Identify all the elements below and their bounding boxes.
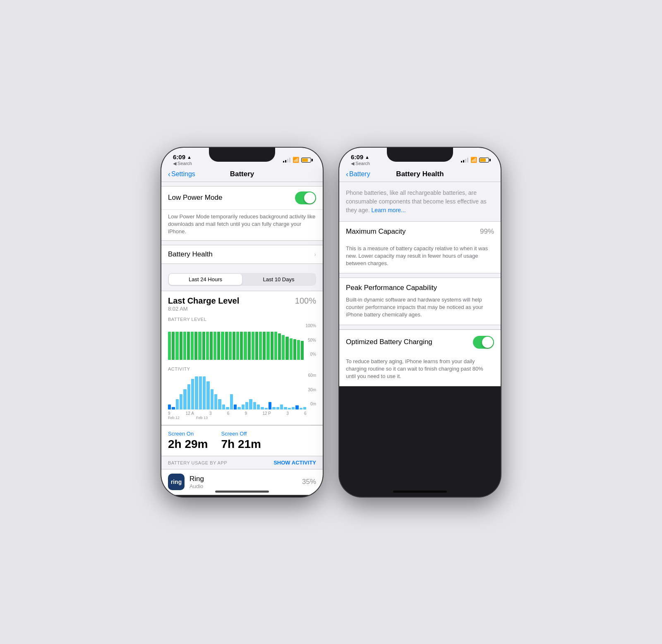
- battery-bar-3: [180, 332, 182, 360]
- battery-health-row[interactable]: Battery Health ›: [161, 245, 323, 263]
- time-2: 6:09 ▲: [351, 153, 370, 160]
- battery-bar-1: [172, 332, 175, 360]
- segment-24h[interactable]: Last 24 Hours: [169, 274, 242, 285]
- activity-bar-19: [242, 405, 245, 409]
- battery-bars: [168, 327, 304, 360]
- wifi-icon-2: 📶: [470, 157, 477, 163]
- activity-bar-26: [269, 402, 271, 409]
- activity-bar-14: [222, 405, 225, 409]
- battery-bar-13: [217, 332, 220, 360]
- last-charge-time: 8:02 AM: [168, 306, 239, 312]
- battery-bar-29: [278, 333, 281, 360]
- signal-bar-1: [283, 161, 284, 163]
- activity-bar-30: [284, 407, 287, 409]
- battery-chart-container: BATTERY LEVEL 100% 50% 0%: [168, 317, 316, 360]
- low-power-row[interactable]: Low Power Mode: [161, 187, 323, 210]
- low-power-section: Low Power Mode Low Power Mode temporaril…: [161, 186, 323, 241]
- activity-bar-20: [245, 402, 248, 409]
- battery-bar-10: [206, 332, 209, 360]
- back-label-1: Settings: [171, 170, 195, 178]
- search-back-1[interactable]: ◀ Search: [173, 161, 192, 166]
- ring-app-info: Ring Audio: [189, 475, 297, 489]
- status-icons-2: 📶: [461, 157, 489, 163]
- scroll-content-1[interactable]: Low Power Mode Low Power Mode temporaril…: [161, 182, 323, 497]
- battery-bar-28: [274, 332, 277, 360]
- screen-on-label: Screen On: [168, 431, 208, 437]
- activity-bar-8: [199, 376, 202, 409]
- back-chevron-2: ‹: [346, 170, 348, 178]
- back-button-1[interactable]: ‹ Settings: [168, 170, 195, 178]
- battery-bar-18: [236, 332, 239, 360]
- signal-bar-3: [287, 159, 288, 163]
- screen-off-label: Screen Off: [221, 431, 261, 437]
- activity-bar-10: [206, 381, 209, 409]
- peak-perf-title: Peak Performance Capability: [339, 278, 501, 294]
- x-labels: 9 12 A 3 6 9 12 P 3 6: [168, 411, 307, 416]
- battery-bar-35: [301, 341, 304, 360]
- activity-bar-15: [226, 407, 229, 409]
- activity-bar-4: [183, 389, 186, 409]
- scroll-content-2[interactable]: Phone batteries, like all rechargeable b…: [339, 182, 501, 497]
- capacity-desc: This is a measure of battery capacity re…: [339, 242, 501, 273]
- signal-bars-2: [461, 158, 468, 163]
- notch: [209, 148, 275, 162]
- segment-area: Last 24 Hours Last 10 Days: [161, 268, 323, 291]
- toggle-knob-1: [304, 192, 315, 203]
- activity-bar-3: [180, 394, 182, 409]
- activity-bar-13: [218, 399, 221, 409]
- activity-bar-22: [253, 402, 256, 409]
- battery-bar-8: [198, 332, 201, 360]
- capacity-row: Maximum Capacity 99%: [339, 222, 501, 242]
- activity-bar-25: [265, 408, 268, 409]
- opt-charge-toggle[interactable]: [473, 336, 494, 349]
- battery-chart-area: 100% 50% 0%: [168, 323, 316, 360]
- show-activity-btn[interactable]: SHOW ACTIVITY: [273, 460, 316, 466]
- battery-status-icon-2: [479, 158, 489, 163]
- battery-status-icon-1: [301, 158, 311, 163]
- battery-health-section: Battery Health ›: [161, 245, 323, 264]
- battery-bar-22: [252, 332, 254, 360]
- battery-health-label: Battery Health: [168, 250, 213, 259]
- learn-more-link[interactable]: Learn more...: [372, 207, 406, 213]
- activity-bar-17: [234, 405, 237, 409]
- battery-bar-25: [263, 332, 266, 360]
- battery-bar-32: [290, 338, 293, 360]
- battery-bar-30: [282, 335, 285, 360]
- screen-off-stat: Screen Off 7h 21m: [221, 431, 261, 451]
- charge-level-row: Last Charge Level 8:02 AM 100%: [168, 296, 316, 312]
- low-power-desc: Low Power Mode temporarily reduces backg…: [161, 210, 323, 241]
- battery-bar-26: [266, 332, 269, 360]
- activity-bar-11: [211, 389, 213, 409]
- location-icon-2: ▲: [365, 155, 369, 160]
- activity-chart-container: ACTIVITY 9 12 A 3 6 9 12 P: [168, 366, 316, 420]
- gap-h1: [339, 273, 501, 278]
- battery-bar-11: [210, 332, 213, 360]
- activity-bar-16: [230, 394, 233, 409]
- low-power-toggle[interactable]: [295, 192, 316, 204]
- back-label-2: Battery: [349, 170, 370, 178]
- activity-bar-35: [303, 407, 306, 409]
- battery-y-labels: 100% 50% 0%: [305, 323, 316, 357]
- screen-on-value: 2h 29m: [168, 438, 208, 451]
- opt-charge-row[interactable]: Optimized Battery Charging: [339, 330, 501, 354]
- segment-10d[interactable]: Last 10 Days: [242, 274, 315, 285]
- date-labels: Feb 12 Feb 13: [168, 416, 307, 420]
- battery-chart-label: BATTERY LEVEL: [168, 317, 316, 322]
- battery-bar-4: [183, 332, 186, 360]
- activity-bar-32: [292, 407, 295, 409]
- gap-1: [161, 182, 323, 186]
- battery-bar-17: [233, 332, 235, 360]
- health-desc-area: Phone batteries, like all rechargeable b…: [339, 182, 501, 221]
- stats-row: Screen On 2h 29m Screen Off 7h 21m: [161, 425, 323, 456]
- home-indicator-2: [393, 491, 447, 493]
- activity-bar-5: [187, 384, 190, 410]
- gap-h2: [339, 325, 501, 329]
- segment-control[interactable]: Last 24 Hours Last 10 Days: [168, 273, 316, 286]
- battery-bar-12: [213, 332, 216, 360]
- back-button-2[interactable]: ‹ Battery: [346, 170, 370, 178]
- wifi-icon-1: 📶: [293, 157, 299, 163]
- activity-bar-29: [280, 405, 283, 409]
- capacity-label: Maximum Capacity: [346, 227, 406, 236]
- search-back-2[interactable]: ◀ Search: [351, 161, 370, 166]
- battery-bar-23: [255, 332, 258, 360]
